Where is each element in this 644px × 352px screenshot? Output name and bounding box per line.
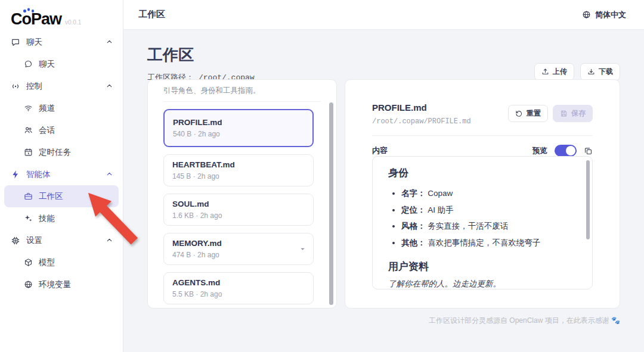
file-detail-panel: PROFILE.md /root/.copaw/PROFILE.md 重置 — [345, 79, 620, 309]
sidebar-item-channels[interactable]: 频道 — [0, 97, 123, 119]
sidebar-item-skills[interactable]: 技能 — [0, 207, 123, 229]
topbar-title: 工作区 — [138, 9, 165, 20]
file-detail-actions: 重置 保存 — [508, 102, 593, 122]
sidebar-item-models[interactable]: 模型 — [0, 251, 123, 273]
briefcase-icon — [24, 192, 33, 201]
cpu-icon — [11, 236, 20, 245]
chevron-up-icon — [106, 38, 113, 46]
sidebar-section-control[interactable]: 控制 — [0, 75, 123, 97]
sparkles-icon — [24, 214, 33, 223]
main-content: 工作区 工作区路径： /root/.copaw 上传 下载 引导角色、身份和工具… — [123, 30, 644, 352]
dropdown-triangle-icon[interactable] — [299, 246, 306, 253]
sidebar: CoPaw v0.0.1 聊天 聊天 控制 — [0, 0, 123, 352]
save-icon — [560, 110, 568, 117]
md-identity-list: 名字： Copaw 定位： AI 助手 风格： 务实直接，干活不废话 其他： 喜… — [388, 185, 577, 251]
list-item: 风格： 务实直接，干活不废话 — [401, 218, 577, 235]
preview-label: 预览 — [532, 146, 547, 156]
md-heading-user: 用户资料 — [388, 260, 577, 273]
sidebar-item-chat[interactable]: 聊天 — [0, 53, 123, 75]
list-item: 名字： Copaw — [401, 185, 577, 202]
upload-button[interactable]: 上传 — [534, 63, 574, 80]
chevron-up-icon — [106, 170, 113, 178]
topbar: 工作区 简体中文 — [123, 0, 644, 30]
sidebar-section-settings[interactable]: 设置 — [0, 229, 123, 251]
workspace-actions: 上传 下载 — [534, 63, 620, 80]
file-list-description: 引导角色、身份和工具指南。 — [148, 80, 336, 96]
reset-icon — [515, 110, 523, 117]
logo-text: CoPaw — [11, 11, 61, 27]
list-item: 定位： AI 助手 — [401, 202, 577, 219]
sidebar-item-scheduled-tasks[interactable]: 定时任务 — [0, 141, 123, 163]
file-card-profile[interactable]: PROFILE.md 540 B · 2h ago — [163, 109, 314, 147]
file-list: PROFILE.md 540 B · 2h ago HEARTBEAT.md 1… — [148, 102, 336, 304]
download-button[interactable]: 下载 — [580, 63, 620, 80]
file-card-heartbeat[interactable]: HEARTBEAT.md 145 B · 2h ago — [163, 154, 314, 186]
language-selector[interactable]: 简体中文 — [582, 10, 626, 20]
file-card-agents[interactable]: AGENTS.md 5.5 KB · 2h ago — [163, 272, 314, 304]
reset-button[interactable]: 重置 — [508, 105, 548, 122]
app-logo: CoPaw v0.0.1 — [0, 0, 123, 31]
list-item: 其他： 喜欢把事情搞定，不喜欢绕弯子 — [401, 235, 577, 251]
markdown-preview: 身份 名字： Copaw 定位： AI 助手 风格： 务实直接，干活不废话 其他… — [372, 156, 593, 289]
content-label: 内容 — [372, 145, 388, 156]
sidebar-section-agent[interactable]: 智能体 — [0, 163, 123, 185]
sidebar-item-workspace[interactable]: 工作区 — [4, 185, 119, 207]
file-card-soul[interactable]: SOUL.md 1.6 KB · 2h ago — [163, 194, 314, 226]
file-detail-title: PROFILE.md — [372, 102, 471, 113]
wifi-icon — [24, 104, 33, 113]
sidebar-item-env-vars[interactable]: 环境变量 — [0, 273, 123, 295]
file-detail-path: /root/.copaw/PROFILE.md — [372, 117, 471, 126]
file-detail-header: PROFILE.md /root/.copaw/PROFILE.md 重置 — [345, 80, 620, 126]
copy-icon[interactable] — [584, 147, 593, 155]
globe-icon — [24, 280, 33, 289]
download-icon — [587, 68, 595, 76]
chat-square-icon — [11, 38, 20, 47]
file-list-scrollbar[interactable] — [329, 102, 333, 305]
cube-icon — [24, 258, 33, 267]
save-button[interactable]: 保存 — [553, 105, 593, 122]
preview-toggle[interactable] — [555, 145, 577, 157]
bolt-icon — [11, 170, 20, 179]
chat-bubble-icon — [24, 60, 33, 68]
footer-credit: 工作区设计部分灵感源自 OpenClaw 项目，在此表示感谢 🐾 — [429, 316, 620, 326]
chevron-up-icon — [106, 236, 113, 244]
calendar-clock-icon — [24, 148, 33, 157]
page-title: 工作区 — [123, 30, 644, 66]
upload-icon — [541, 68, 549, 76]
file-list-panel: 引导角色、身份和工具指南。 PROFILE.md 540 B · 2h ago … — [147, 79, 337, 309]
md-user-note: 了解你在帮的人。边走边更新。 — [388, 279, 577, 289]
paw-dots-icon — [23, 10, 34, 13]
workspace-panels: 引导角色、身份和工具指南。 PROFILE.md 540 B · 2h ago … — [147, 79, 620, 309]
sidebar-item-sessions[interactable]: 会话 — [0, 119, 123, 141]
users-icon — [24, 126, 33, 135]
content-toolbar: 内容 预览 — [345, 136, 620, 157]
preview-scrollbar[interactable] — [586, 160, 590, 239]
app-version: v0.0.1 — [65, 19, 81, 27]
file-card-memory[interactable]: MEMORY.md 474 B · 2h ago — [163, 233, 314, 265]
sidebar-nav: 聊天 聊天 控制 频道 — [0, 31, 123, 295]
globe-icon — [582, 10, 591, 19]
chevron-up-icon — [106, 82, 113, 90]
md-heading-identity: 身份 — [388, 166, 577, 180]
language-label: 简体中文 — [595, 10, 626, 20]
sidebar-section-chat[interactable]: 聊天 — [0, 31, 123, 53]
broadcast-icon — [11, 82, 20, 91]
